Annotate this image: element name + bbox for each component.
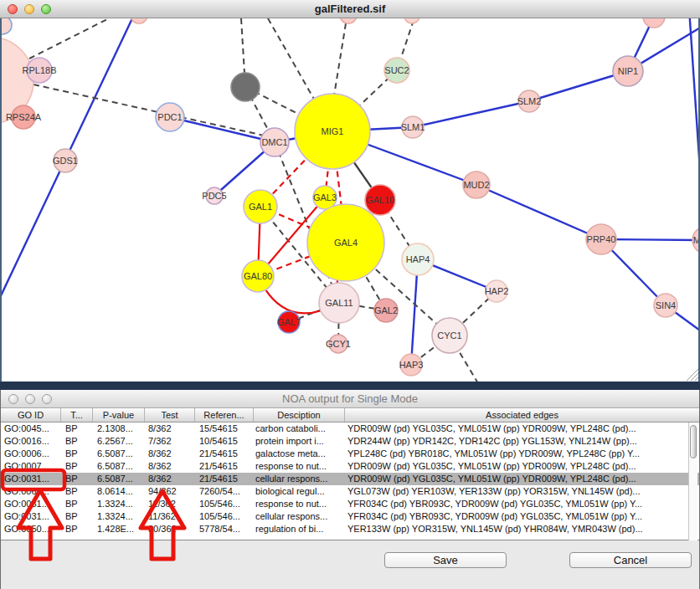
table-row[interactable]: GO:0065...BP8.0614...94/3627260/54...bio… xyxy=(1,485,699,498)
edge-dash xyxy=(29,18,109,59)
node-label-SIN4: SIN4 xyxy=(656,300,676,310)
node-label-GAL3: GAL3 xyxy=(313,192,337,202)
resize-grip[interactable] xyxy=(691,373,698,381)
column-header-go_id[interactable]: GO ID xyxy=(1,408,61,422)
cell-test: 11/362 xyxy=(145,498,195,510)
cell-test: 94/362 xyxy=(145,485,195,498)
node-label-GCY1: GCY1 xyxy=(326,339,351,349)
save-button[interactable]: Save xyxy=(384,552,507,568)
node-label-HAP2: HAP2 xyxy=(485,286,509,296)
cell-test: 8/362 xyxy=(145,473,195,485)
table-row-selected[interactable]: GO:0031...BP6.5087...8/36221/54615cellul… xyxy=(1,473,699,485)
table-row[interactable]: GO:0031...BP1.3324...11/362105/546...cel… xyxy=(1,510,699,523)
node-label-DMC1: DMC1 xyxy=(261,137,287,147)
cell-type: BP xyxy=(61,460,93,473)
cell-reference: 105/546... xyxy=(195,510,254,523)
cell-test: 8/362 xyxy=(145,460,195,473)
node-label-GDS1: GDS1 xyxy=(53,156,78,166)
node-label-GAL2: GAL2 xyxy=(374,305,398,315)
cell-description: response to nut... xyxy=(254,460,345,473)
cell-edges: YER133W (pp) YOR315W, YNL145W (pd) YHR08… xyxy=(345,523,699,535)
table-row[interactable]: GO:0050...BP1.428E...80/3625778/54...reg… xyxy=(1,523,699,535)
cell-type: BP xyxy=(61,473,93,485)
node-top-pink-3[interactable] xyxy=(404,18,419,23)
vertical-scrollbar[interactable] xyxy=(688,423,697,540)
cell-edges: YGL073W (pd) YER103W, YER133W (pp) YOR31… xyxy=(345,485,699,498)
cell-description: protein import i... xyxy=(254,435,345,448)
cell-type: BP xyxy=(61,523,93,535)
cell-p_value: 8.0614... xyxy=(93,485,145,498)
node-top-pink-2[interactable] xyxy=(340,18,357,23)
edge-blue xyxy=(689,18,698,233)
column-header-reference[interactable]: Referen... xyxy=(195,408,254,422)
noa-window-title: NOA output for Single Mode xyxy=(1,392,699,405)
node-label-PDC5: PDC5 xyxy=(202,191,226,201)
table-row[interactable]: GO:0006...BP6.5087...8/36221/54615galact… xyxy=(1,448,699,460)
cell-reference: 10/54615 xyxy=(195,435,254,448)
column-header-test[interactable]: Test xyxy=(145,408,195,422)
network-canvas[interactable]: RPL18BRPS24AGDS1PDC1SUC2MIG1SLM1DMC1PDC5… xyxy=(0,18,700,382)
noa-window-titlebar: NOA output for Single Mode xyxy=(1,390,699,408)
cell-type: BP xyxy=(61,510,93,523)
node-label-NIP1: NIP1 xyxy=(618,66,638,76)
network-window-bottom-border xyxy=(0,382,700,390)
cell-go_id: GO:0006... xyxy=(1,448,61,460)
node-label-SUC2: SUC2 xyxy=(384,65,409,75)
column-header-type[interactable]: T... xyxy=(61,408,93,422)
screen: galFiltered.sif RPL18BRPS24AGDS1PDC1SUC2… xyxy=(0,0,700,589)
table-row[interactable]: GO:0007...BP6.5087...8/36221/54615respon… xyxy=(1,460,699,473)
scrollbar-thumb[interactable] xyxy=(690,425,697,458)
edge-blue xyxy=(170,117,275,142)
node-label-GAL80: GAL80 xyxy=(244,271,272,281)
node-top-pink-1[interactable] xyxy=(131,18,147,23)
node-corner-node[interactable] xyxy=(2,18,12,34)
table-row[interactable]: GO:0031...BP1.3324...11/362105/546...res… xyxy=(1,498,699,510)
cell-description: biological regul... xyxy=(254,485,345,498)
table-row[interactable]: GO:0045...BP2.1308...8/36215/54615carbon… xyxy=(1,423,699,435)
table-row[interactable]: GO:0016...BP6.2567...7/36210/54615protei… xyxy=(1,435,699,448)
resize-grip[interactable] xyxy=(695,377,698,381)
cell-go_id: GO:0065... xyxy=(1,485,61,498)
cell-reference: 7260/54... xyxy=(195,485,254,498)
cell-p_value: 1.428E... xyxy=(93,523,145,535)
node-dark-node[interactable] xyxy=(231,73,260,101)
cell-go_id: GO:0016... xyxy=(1,435,61,448)
cell-go_id: GO:0050... xyxy=(1,523,61,535)
column-header-description[interactable]: Desciption xyxy=(254,408,345,422)
node-label-CYC1: CYC1 xyxy=(437,330,461,341)
network-window: galFiltered.sif RPL18BRPS24AGDS1PDC1SUC2… xyxy=(0,0,700,390)
node-label-GAL10: GAL10 xyxy=(366,195,394,205)
cell-description: galactose meta... xyxy=(254,448,345,460)
cell-reference: 21/54615 xyxy=(195,473,254,485)
cell-p_value: 1.3324... xyxy=(93,498,145,510)
column-header-edges[interactable]: Associated edges xyxy=(345,408,699,422)
cell-type: BP xyxy=(61,485,93,498)
cancel-button[interactable]: Cancel xyxy=(569,552,692,568)
cell-description: regulation of bi... xyxy=(254,523,345,535)
node-label-RPS24A: RPS24A xyxy=(6,112,42,122)
column-header-p_value[interactable]: P-value xyxy=(93,408,145,422)
node-label-PDC1: PDC1 xyxy=(157,112,182,122)
node-label-SLM2: SLM2 xyxy=(517,96,542,106)
edge-blue xyxy=(413,101,529,127)
cell-go_id: GO:0031... xyxy=(1,510,61,523)
node-label-MIG1: MIG1 xyxy=(322,126,344,136)
cell-description: carbon cataboli... xyxy=(254,423,345,435)
cell-edges: YFR034C (pd) YBR093C, YDR009W (pd) YGL03… xyxy=(345,498,699,510)
cell-reference: 21/54615 xyxy=(195,448,254,460)
network-graph[interactable]: RPL18BRPS24AGDS1PDC1SUC2MIG1SLM1DMC1PDC5… xyxy=(2,18,698,382)
cell-edges: YDR009W (pd) YGL035C, YML051W (pp) YDR00… xyxy=(345,473,699,485)
table-body: GO:0045...BP2.1308...8/36215/54615carbon… xyxy=(1,423,699,540)
cell-edges: YFR034C (pd) YBR093C, YDR009W (pd) YGL03… xyxy=(345,510,699,523)
cell-p_value: 6.5087... xyxy=(93,473,145,485)
cell-reference: 15/54615 xyxy=(195,423,254,435)
cell-p_value: 2.1308... xyxy=(93,423,145,435)
cell-p_value: 1.3324... xyxy=(93,510,145,523)
edge-dash xyxy=(334,23,346,95)
cell-reference: 5778/54... xyxy=(195,523,254,535)
node-label-HAP4: HAP4 xyxy=(406,254,430,264)
cell-test: 80/362 xyxy=(145,523,195,535)
node-top-right-pink[interactable] xyxy=(643,18,665,28)
cell-p_value: 6.5087... xyxy=(93,448,145,460)
cell-reference: 21/54615 xyxy=(195,460,254,473)
